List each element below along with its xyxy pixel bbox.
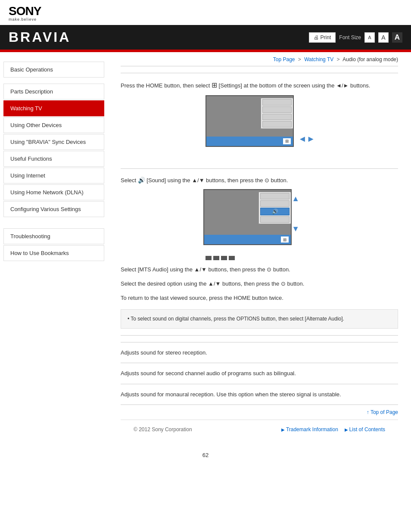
bravia-title: BRAVIA (9, 29, 71, 45)
step2-text: Select 🔊 [Sound] using the ▲/▼ buttons, … (121, 175, 398, 185)
step1-text: Press the HOME button, then select ⊞ [Se… (121, 80, 398, 91)
print-icon: 🖨 (314, 34, 319, 40)
copyright-text: © 2012 Sony Corporation (134, 426, 192, 432)
sidebar-item-how-to-use-bookmarks[interactable]: How to Use Bookmarks (3, 245, 104, 261)
page-number: 62 (0, 448, 411, 463)
bravia-bar: BRAVIA 🖨 Print Font Size A A A (0, 25, 411, 50)
sidebar-item-parts-description[interactable]: Parts Description (3, 84, 104, 100)
sidebar: Basic Operations Parts Description Watch… (0, 52, 108, 448)
font-small-button[interactable]: A (364, 32, 375, 43)
sony-text: SONY (9, 5, 41, 17)
note-text: To select sound on digital channels, pre… (131, 316, 344, 322)
breadcrumb: Top Page > Watching TV > Audio (for anal… (121, 52, 398, 66)
rule-3 (121, 335, 398, 336)
top-of-page-link[interactable]: Top of Page (367, 409, 398, 415)
tv-mockup-2: ▲ 🔊 ⊞ ▼ (121, 189, 398, 260)
step3-text: Select [MTS Audio] using the ▲/▼ buttons… (121, 265, 398, 274)
desc-text-2: Adjusts sound for second channel audio o… (121, 370, 296, 376)
sony-logo: SONY make.believe (9, 5, 402, 22)
top-bar: SONY make.believe (0, 0, 411, 25)
step5-text: To return to the last viewed source, pre… (121, 294, 398, 303)
trademark-link[interactable]: Trademark Information (281, 426, 338, 432)
list-of-contents-link[interactable]: List of Contents (345, 426, 385, 432)
header-controls: 🖨 Print Font Size A A A (309, 32, 402, 43)
sidebar-item-using-bravia-sync[interactable]: Using "BRAVIA" Sync Devices (3, 134, 104, 150)
sidebar-item-basic-operations[interactable]: Basic Operations (3, 62, 104, 78)
desc-section: Adjusts sound for stereo reception. Adju… (121, 342, 398, 405)
tv-mockup-1: ⊞ ◄► (121, 95, 398, 162)
sidebar-item-useful-functions[interactable]: Useful Functions (3, 151, 104, 167)
font-medium-button[interactable]: A (378, 32, 389, 43)
step4-text: Select the desired option using the ▲/▼ … (121, 280, 398, 289)
sidebar-item-using-internet[interactable]: Using Internet (3, 168, 104, 184)
desc-row-1: Adjusts sound for stereo reception. (121, 342, 398, 364)
sidebar-item-configuring-various[interactable]: Configuring Various Settings (3, 201, 104, 217)
desc-text-1: Adjusts sound for stereo reception. (121, 349, 207, 356)
breadcrumb-current: Audio (for analog mode) (342, 56, 398, 62)
desc-row-3: Adjusts sound for monaural reception. Us… (121, 384, 398, 405)
desc-text-3: Adjusts sound for monaural reception. Us… (121, 391, 341, 398)
footer-links: Trademark Information List of Contents (281, 426, 385, 432)
footer: © 2012 Sony Corporation Trademark Inform… (121, 420, 398, 439)
sidebar-item-using-home-network[interactable]: Using Home Network (DLNA) (3, 184, 104, 200)
sidebar-group-secondary: Troubleshooting How to Use Bookmarks (0, 228, 108, 261)
main-layout: Basic Operations Parts Description Watch… (0, 52, 411, 448)
rule-2 (121, 168, 398, 169)
font-large-button[interactable]: A (392, 32, 402, 43)
print-button[interactable]: 🖨 Print (309, 32, 336, 43)
desc-row-2: Adjusts sound for second channel audio o… (121, 363, 398, 384)
sidebar-item-troubleshooting[interactable]: Troubleshooting (3, 228, 104, 244)
note-box: • To select sound on digital channels, p… (121, 309, 398, 329)
font-size-label: Font Size (339, 34, 361, 40)
content-area: Top Page > Watching TV > Audio (for anal… (108, 52, 411, 448)
sony-tagline: make.believe (9, 17, 37, 22)
sidebar-item-watching-tv[interactable]: Watching TV (3, 100, 104, 116)
breadcrumb-top-link[interactable]: Top Page (273, 56, 295, 62)
breadcrumb-sep2: > (337, 56, 340, 62)
sidebar-group-main: Basic Operations Parts Description Watch… (0, 62, 108, 217)
breadcrumb-sep1: > (298, 56, 301, 62)
sidebar-item-using-other-devices[interactable]: Using Other Devices (3, 117, 104, 133)
breadcrumb-watching-link[interactable]: Watching TV (304, 56, 333, 62)
rule-1 (121, 73, 398, 73)
top-of-page-area: Top of Page (121, 409, 398, 415)
